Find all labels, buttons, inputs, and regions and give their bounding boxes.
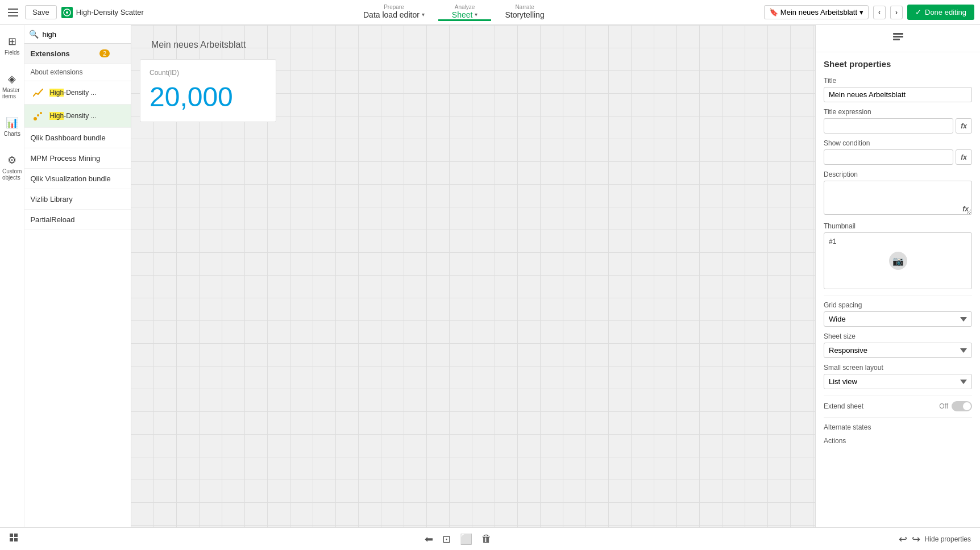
app-icon — [61, 7, 73, 18]
sheet-selector-dropdown-arrow: ▾ — [859, 8, 863, 16]
prop-divider-2 — [824, 395, 972, 395]
canvas-content: Mein neues Arbeitsblatt Count(ID) 20,000 — [131, 25, 815, 128]
extend-sheet-row: Extend sheet Off — [824, 401, 972, 411]
bt-back-icon[interactable]: ⬅ — [425, 533, 433, 545]
svg-rect-1 — [8, 12, 18, 13]
bt-left — [9, 533, 18, 545]
thumbnail-label: Thumbnail — [824, 222, 972, 230]
camera-icon: 📷 — [892, 256, 904, 266]
done-editing-button[interactable]: ✓ Done editing — [907, 5, 974, 20]
app-title: High-Density Scatter — [61, 7, 144, 18]
sheet-properties-title: Sheet properties — [824, 59, 972, 69]
custom-objects-icon: ⚙ — [7, 154, 16, 166]
show-condition-fx-button[interactable]: fx — [956, 149, 972, 165]
nav-prepare-sub: Prepare — [384, 4, 404, 10]
svg-rect-18 — [14, 538, 18, 541]
extension-icon-chart — [30, 85, 46, 101]
show-condition-row: fx — [824, 149, 972, 165]
fields-label: Fields — [5, 49, 20, 56]
svg-point-6 — [37, 114, 39, 116]
kpi-label: Count(ID) — [150, 69, 267, 77]
svg-point-4 — [66, 11, 68, 14]
master-items-icon: ◈ — [8, 73, 16, 85]
bt-duplicate-icon[interactable]: ⊡ — [442, 533, 451, 545]
canvas-header: Mein neues Arbeitsblatt — [140, 31, 806, 59]
bookmark-icon: 🔖 — [769, 8, 778, 16]
svg-rect-14 — [893, 39, 900, 40]
master-items-label: Master items — [2, 87, 22, 99]
svg-rect-13 — [893, 36, 903, 38]
show-condition-input[interactable] — [824, 149, 953, 165]
prepare-dropdown-arrow: ▾ — [422, 11, 425, 18]
right-panel-icon-row — [816, 25, 980, 52]
grid-spacing-select[interactable]: Wide Narrow Medium — [824, 311, 972, 327]
svg-point-5 — [34, 117, 37, 120]
svg-rect-0 — [8, 9, 18, 10]
nav-analyze-title: Sheet ▾ — [452, 10, 478, 19]
nav-next-button[interactable]: › — [890, 6, 903, 19]
extension-name-1: High-Density ... — [49, 89, 127, 97]
hide-assets-bottom-icon[interactable] — [9, 533, 18, 544]
extend-sheet-toggle[interactable] — [952, 401, 972, 411]
undo-button[interactable]: ↩ — [899, 533, 907, 545]
topbar-center: Prepare Data load editor ▾ Analyze Sheet… — [148, 4, 759, 21]
nav-prepare-title: Data load editor ▾ — [363, 10, 425, 19]
sheet-selector[interactable]: 🔖 Mein neues Arbeitsblatt ▾ — [764, 5, 869, 19]
sheet-properties-panel: Sheet properties Title Title expression … — [816, 52, 980, 454]
sidebar-item-master-items[interactable]: ◈ Master items — [0, 69, 24, 103]
extensions-badge: 2 — [99, 49, 110, 57]
sheet-properties-icon[interactable] — [892, 31, 904, 46]
search-input[interactable] — [42, 30, 138, 39]
topbar-right: 🔖 Mein neues Arbeitsblatt ▾ ‹ › ✓ Done e… — [764, 5, 974, 20]
canvas-area: Mein neues Arbeitsblatt Count(ID) 20,000 — [131, 25, 815, 550]
grid-spacing-label: Grid spacing — [824, 301, 972, 309]
description-textarea[interactable] — [824, 181, 972, 215]
description-label: Description — [824, 170, 972, 178]
nav-prev-button[interactable]: ‹ — [873, 6, 886, 19]
nav-narrate[interactable]: Narrate Storytelling — [491, 4, 558, 21]
title-expression-row: fx — [824, 118, 972, 134]
show-condition-label: Show condition — [824, 139, 972, 147]
description-fx-button[interactable]: fx — [962, 205, 969, 213]
extend-sheet-off-label: Off — [939, 402, 948, 410]
bt-fullscreen-icon[interactable]: ⬜ — [460, 533, 472, 545]
sidebar-item-charts[interactable]: 📊 Charts — [2, 113, 23, 140]
small-screen-layout-label: Small screen layout — [824, 364, 972, 372]
app-title-text: High-Density Scatter — [76, 8, 144, 16]
thumbnail-camera-button[interactable]: 📷 — [889, 252, 907, 270]
canvas-title: Mein neues Arbeitsblatt — [151, 40, 246, 49]
thumbnail-box: #1 📷 — [824, 232, 972, 289]
sheet-size-label: Sheet size — [824, 332, 972, 340]
nav-prepare[interactable]: Prepare Data load editor ▾ — [350, 4, 438, 21]
charts-icon: 📊 — [6, 116, 18, 129]
sheet-size-select[interactable]: Responsive Custom — [824, 343, 972, 358]
prop-divider-3 — [824, 417, 972, 418]
title-input[interactable] — [824, 87, 972, 102]
alternate-states-label: Alternate states — [824, 423, 972, 431]
redo-button[interactable]: ↪ — [912, 533, 920, 545]
bt-delete-icon[interactable]: 🗑 — [481, 533, 492, 545]
nav-analyze-sub: Analyze — [455, 4, 475, 10]
actions-label: Actions — [824, 437, 972, 445]
search-icon: 🔍 — [29, 30, 39, 39]
nav-narrate-sub: Narrate — [515, 4, 534, 10]
svg-rect-17 — [10, 538, 13, 541]
save-button[interactable]: Save — [25, 5, 57, 19]
bottom-toolbar: ⬅ ⊡ ⬜ 🗑 ↩ ↪ Hide properties — [0, 527, 980, 550]
title-expression-fx-button[interactable]: fx — [956, 118, 972, 134]
extension-icon-scatter — [30, 108, 46, 124]
title-expression-input[interactable] — [824, 118, 953, 134]
svg-point-7 — [40, 112, 42, 114]
kpi-card[interactable]: Count(ID) 20,000 — [140, 59, 276, 122]
hamburger-button[interactable] — [6, 6, 20, 19]
small-screen-layout-select[interactable]: List view Grid view — [824, 374, 972, 389]
left-sidebar: ⊞ Fields ◈ Master items 📊 Charts ⚙ Custo… — [0, 25, 131, 550]
extensions-title: Extensions — [30, 49, 69, 58]
hide-properties-button[interactable]: Hide properties — [925, 535, 971, 543]
extend-sheet-label: Extend sheet — [824, 402, 863, 410]
nav-analyze[interactable]: Analyze Sheet ▾ — [438, 4, 492, 21]
sidebar-item-custom-objects[interactable]: ⚙ Custom objects — [0, 151, 24, 184]
sidebar-icons-column: ⊞ Fields ◈ Master items 📊 Charts ⚙ Custo… — [0, 25, 24, 550]
sidebar-item-fields[interactable]: ⊞ Fields — [2, 32, 22, 59]
main-layout: ⊞ Fields ◈ Master items 📊 Charts ⚙ Custo… — [0, 25, 980, 550]
